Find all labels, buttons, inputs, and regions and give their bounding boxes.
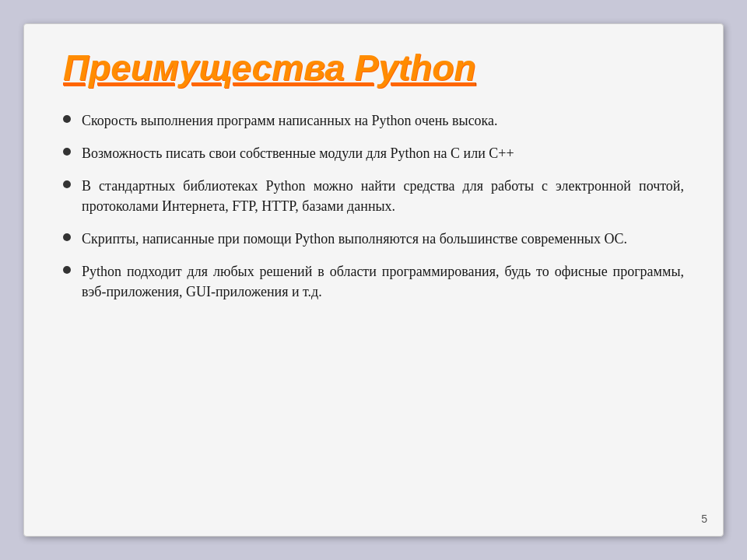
bullet-dot-icon xyxy=(63,180,71,188)
bullet-text: Python подходит для любых решений в обла… xyxy=(82,261,684,302)
bullet-dot-icon xyxy=(63,115,71,123)
list-item: Python подходит для любых решений в обла… xyxy=(63,261,684,302)
slide-title: Преимущества Python xyxy=(63,47,684,89)
bullet-dot-icon xyxy=(63,148,71,156)
bullet-list: Скорость выполнения программ написанных … xyxy=(63,110,684,505)
bullet-text: Возможность писать свои собственные моду… xyxy=(82,143,684,163)
bullet-text: Скрипты, написанные при помощи Python вы… xyxy=(82,229,684,249)
bullet-text: Скорость выполнения программ написанных … xyxy=(82,110,684,131)
bullet-dot-icon xyxy=(63,233,71,241)
slide: Преимущества Python Скорость выполнения … xyxy=(23,23,724,537)
slide-number: 5 xyxy=(701,513,707,525)
list-item: В стандартных библиотеках Python можно н… xyxy=(63,176,684,216)
list-item: Скорость выполнения программ написанных … xyxy=(63,110,684,131)
bullet-dot-icon xyxy=(63,266,71,274)
list-item: Возможность писать свои собственные моду… xyxy=(63,143,684,163)
list-item: Скрипты, написанные при помощи Python вы… xyxy=(63,229,684,249)
bullet-text: В стандартных библиотеках Python можно н… xyxy=(82,176,684,216)
